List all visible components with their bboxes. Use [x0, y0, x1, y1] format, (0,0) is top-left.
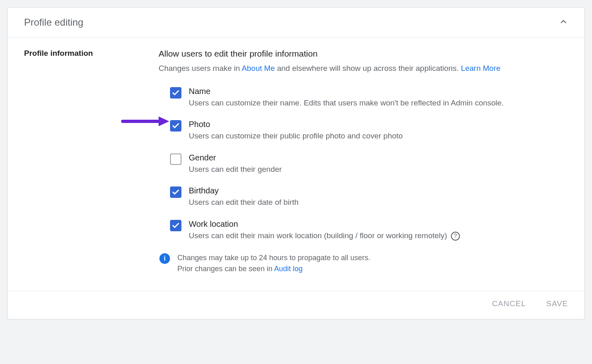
intro-desc-mid: and elsewhere will show up across their …: [275, 64, 461, 72]
intro-desc-prefix: Changes users make in: [159, 64, 242, 72]
option-description: Users can customize their public profile…: [189, 131, 568, 142]
info-line2: Prior changes can be seen in Audit log: [177, 263, 370, 274]
section-label: Profile information: [24, 49, 159, 58]
option-text: PhotoUsers can customize their public pr…: [189, 120, 568, 142]
card-header: Profile editing: [8, 8, 584, 37]
option-label: Birthday: [189, 186, 568, 195]
option-row-photo: PhotoUsers can customize their public pr…: [159, 120, 568, 142]
info-line1: Changes may take up to 24 hours to propa…: [177, 252, 370, 263]
info-text: Changes may take up to 24 hours to propa…: [177, 252, 370, 274]
option-label: Photo: [189, 120, 568, 129]
audit-log-link[interactable]: Audit log: [274, 265, 303, 273]
cancel-button[interactable]: CANCEL: [492, 299, 526, 308]
option-label: Work location: [189, 219, 568, 229]
intro-description: Changes users make in About Me and elsew…: [159, 63, 568, 75]
option-row-gender: GenderUsers can edit their gender: [159, 153, 568, 175]
about-me-link[interactable]: About Me: [242, 64, 275, 72]
option-label: Name: [189, 87, 568, 96]
checkbox-birthday[interactable]: [170, 186, 181, 198]
checkbox-photo[interactable]: [170, 120, 181, 132]
option-row-work-location: Work locationUsers can edit their main w…: [159, 219, 568, 241]
option-text: BirthdayUsers can edit their date of bir…: [189, 186, 568, 208]
option-text: Work locationUsers can edit their main w…: [189, 219, 568, 241]
option-description: Users can edit their main work location …: [189, 230, 568, 241]
right-column: Allow users to edit their profile inform…: [159, 49, 568, 274]
intro-title: Allow users to edit their profile inform…: [159, 49, 568, 59]
left-column: Profile information: [24, 49, 159, 274]
profile-editing-card: Profile editing Profile information Allo…: [7, 7, 585, 319]
checkbox-name[interactable]: [170, 87, 181, 99]
help-icon[interactable]: ?: [451, 232, 460, 241]
learn-more-link[interactable]: Learn More: [461, 64, 500, 72]
option-description: Users can customize their name. Edits th…: [189, 98, 568, 109]
card-body: Profile information Allow users to edit …: [8, 37, 584, 291]
collapse-icon[interactable]: [559, 17, 568, 28]
checkbox-work-location[interactable]: [170, 220, 181, 231]
option-description: Users can edit their date of birth: [189, 197, 568, 208]
option-label: Gender: [189, 153, 568, 162]
card-footer: CANCEL SAVE: [8, 291, 584, 319]
option-description: Users can edit their gender: [189, 164, 568, 175]
card-title: Profile editing: [24, 17, 83, 28]
info-box: i Changes may take up to 24 hours to pro…: [159, 252, 568, 274]
option-text: NameUsers can customize their name. Edit…: [189, 87, 568, 109]
save-button[interactable]: SAVE: [546, 299, 568, 308]
option-text: GenderUsers can edit their gender: [189, 153, 568, 175]
info-icon: i: [159, 253, 170, 264]
option-row-birthday: BirthdayUsers can edit their date of bir…: [159, 186, 568, 208]
info-line2-prefix: Prior changes can be seen in: [177, 265, 274, 273]
option-row-name: NameUsers can customize their name. Edit…: [159, 87, 568, 109]
checkbox-gender[interactable]: [170, 153, 181, 165]
